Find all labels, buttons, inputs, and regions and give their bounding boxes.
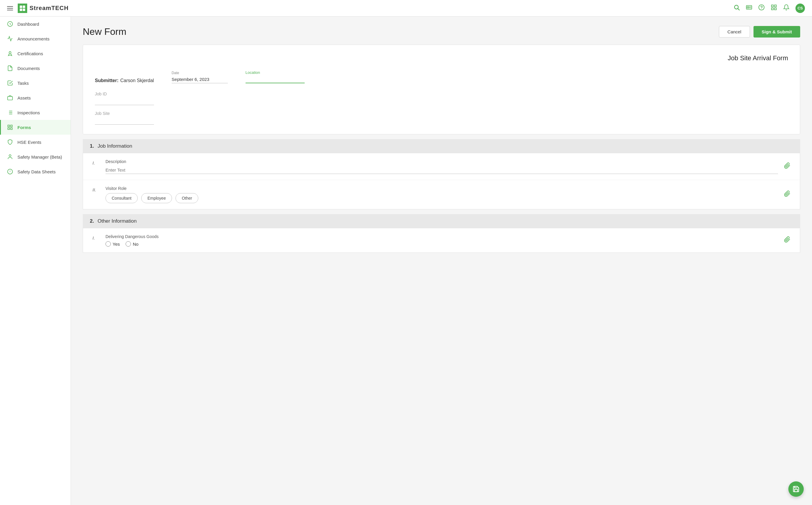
header-right: CS <box>733 4 805 13</box>
section-2-title: Other Information <box>98 218 137 224</box>
radio-yes[interactable]: Yes <box>106 241 120 246</box>
svg-rect-25 <box>8 125 10 127</box>
radio-no-input[interactable] <box>126 241 131 246</box>
sidebar-item-inspections[interactable]: Inspections <box>0 105 71 120</box>
sidebar-label-tasks: Tasks <box>17 80 29 86</box>
svg-rect-18 <box>8 97 13 100</box>
sidebar-item-certifications[interactable]: Certifications <box>0 46 71 61</box>
job-id-input[interactable] <box>95 98 154 105</box>
attachment-icon-2[interactable] <box>784 190 790 199</box>
item-1-content: Description <box>106 159 778 174</box>
svg-rect-26 <box>11 125 12 127</box>
section-1: 1. Job Information I. Description <box>83 139 800 209</box>
sidebar-item-hse-events[interactable]: HSE Events <box>0 135 71 149</box>
hse-icon <box>7 139 13 145</box>
sidebar-item-documents[interactable]: Documents <box>0 61 71 75</box>
role-consultant[interactable]: Consultant <box>106 193 138 203</box>
role-employee[interactable]: Employee <box>141 193 172 203</box>
svg-rect-2 <box>20 8 22 11</box>
sidebar: Dashboard Announcements Certifications D… <box>0 17 71 505</box>
bell-icon[interactable] <box>783 4 790 12</box>
sidebar-label-certifications: Certifications <box>17 51 43 56</box>
sidebar-label-dashboard: Dashboard <box>17 22 39 27</box>
radio-yes-input[interactable] <box>106 241 111 246</box>
save-icon <box>793 486 800 493</box>
sidebar-item-safety-manager[interactable]: Safety Manager (Beta) <box>0 149 71 164</box>
svg-rect-12 <box>772 5 773 7</box>
page-header: New Form Cancel Sign & Submit <box>83 26 800 37</box>
logo-text: StreamTECH <box>29 5 69 11</box>
attachment-icon-3[interactable] <box>784 236 790 244</box>
logo: StreamTECH <box>18 4 69 13</box>
section-1-header: 1. Job Information <box>83 139 800 153</box>
location-block: Location <box>246 70 305 83</box>
form-header-card: Job Site Arrival Form Submitter: Carson … <box>83 45 800 134</box>
sidebar-label-forms: Forms <box>17 125 31 130</box>
item-1-num: I. <box>93 159 100 165</box>
search-icon[interactable] <box>733 4 740 12</box>
attachment-icon-1[interactable] <box>784 162 790 171</box>
submitter-label: Submitter: <box>95 78 119 83</box>
svg-rect-1 <box>23 5 25 8</box>
header-left: StreamTECH <box>7 4 69 13</box>
tasks-icon <box>7 80 13 86</box>
svg-rect-15 <box>775 8 776 10</box>
item-2-num: II. <box>93 186 100 192</box>
cancel-button[interactable]: Cancel <box>719 26 750 37</box>
sign-submit-button[interactable]: Sign & Submit <box>754 26 801 37</box>
sidebar-label-assets: Assets <box>17 96 31 101</box>
sidebar-item-forms[interactable]: Forms <box>0 120 71 135</box>
svg-rect-0 <box>20 5 22 8</box>
svg-rect-28 <box>11 128 12 130</box>
certifications-icon <box>7 50 13 57</box>
date-input[interactable] <box>172 75 228 83</box>
radio-yes-label: Yes <box>113 241 120 246</box>
job-id-field: Job ID <box>95 92 788 105</box>
sidebar-item-safety-data-sheets[interactable]: Safety Data Sheets <box>0 164 71 179</box>
help-icon[interactable] <box>758 4 765 12</box>
job-site-input[interactable] <box>95 117 154 125</box>
date-block: Date <box>172 71 228 83</box>
description-input[interactable] <box>106 166 778 174</box>
job-site-label: Job Site <box>95 111 788 117</box>
forms-icon <box>7 124 13 131</box>
sidebar-item-dashboard[interactable]: Dashboard <box>0 17 71 31</box>
svg-rect-13 <box>775 5 776 7</box>
role-other[interactable]: Other <box>175 193 198 203</box>
inspections-icon <box>7 109 13 116</box>
save-fab-button[interactable] <box>788 481 804 497</box>
location-input[interactable] <box>246 75 305 83</box>
item-3-label: Delivering Dangerous Goods <box>106 234 778 239</box>
submitter-block: Submitter: Carson Skjerdal <box>95 78 154 83</box>
svg-point-29 <box>9 155 11 157</box>
user-avatar[interactable]: CS <box>795 4 805 13</box>
svg-point-7 <box>747 6 749 8</box>
menu-button[interactable] <box>7 6 13 10</box>
section-2-item-1: I. Delivering Dangerous Goods Yes No <box>83 228 800 252</box>
section-1-title: Job Information <box>98 143 132 149</box>
announcements-icon <box>7 35 13 42</box>
radio-no-label: No <box>133 241 138 246</box>
id-card-icon[interactable] <box>746 4 752 12</box>
sidebar-label-hse: HSE Events <box>17 140 41 145</box>
sidebar-item-tasks[interactable]: Tasks <box>0 75 71 91</box>
sidebar-label-safety-manager: Safety Manager (Beta) <box>17 154 62 159</box>
job-site-field: Job Site <box>95 111 788 125</box>
sidebar-item-announcements[interactable]: Announcements <box>0 31 71 46</box>
sidebar-item-assets[interactable]: Assets <box>0 91 71 105</box>
section-2-num: 2. <box>90 218 94 224</box>
visitor-role-buttons: Consultant Employee Other <box>106 193 778 203</box>
page-actions: Cancel Sign & Submit <box>719 26 800 37</box>
sidebar-label-inspections: Inspections <box>17 110 40 115</box>
svg-rect-3 <box>23 8 25 11</box>
form-title: Job Site Arrival Form <box>95 54 788 62</box>
radio-no[interactable]: No <box>126 241 138 246</box>
sidebar-label-announcements: Announcements <box>17 36 49 41</box>
main-content: New Form Cancel Sign & Submit Job Site A… <box>71 17 812 505</box>
page-title: New Form <box>83 26 126 37</box>
yes-no-group: Yes No <box>106 241 778 246</box>
section-1-item-2: II. Visitor Role Consultant Employee Oth… <box>83 180 800 209</box>
dashboard-icon <box>7 21 13 27</box>
location-label: Location <box>246 70 305 75</box>
grid-icon[interactable] <box>771 4 777 12</box>
